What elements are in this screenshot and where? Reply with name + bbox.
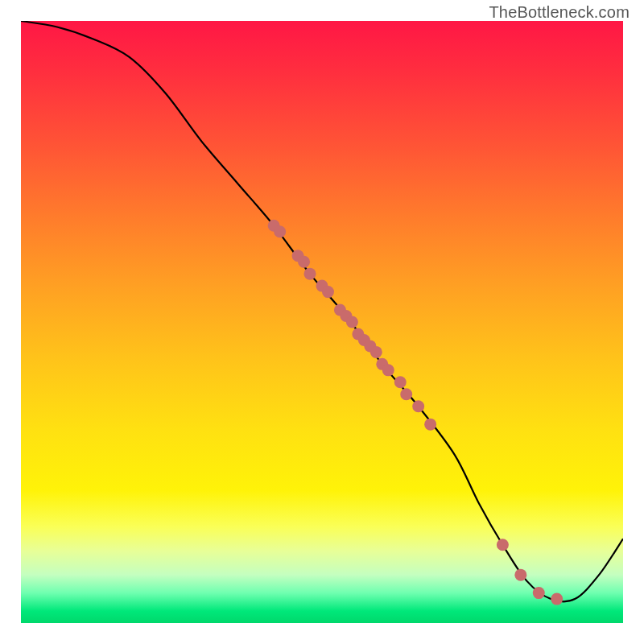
watermark-text: TheBottleneck.com bbox=[489, 3, 630, 22]
marker-group bbox=[268, 220, 564, 605]
bottleneck-curve bbox=[21, 21, 623, 601]
plot-area bbox=[21, 21, 623, 623]
data-point-marker bbox=[382, 364, 394, 376]
data-point-marker bbox=[346, 316, 358, 328]
data-point-marker bbox=[304, 268, 316, 280]
data-point-marker bbox=[400, 388, 412, 400]
data-point-marker bbox=[274, 225, 286, 237]
data-point-marker bbox=[394, 376, 407, 388]
data-point-marker bbox=[370, 346, 382, 358]
data-point-marker bbox=[497, 539, 509, 551]
data-point-marker bbox=[412, 400, 424, 412]
data-point-marker bbox=[514, 569, 526, 581]
data-point-marker bbox=[551, 593, 563, 605]
chart-canvas: TheBottleneck.com bbox=[0, 0, 644, 644]
data-point-marker bbox=[424, 419, 436, 431]
data-point-marker bbox=[533, 587, 545, 599]
data-point-marker bbox=[298, 256, 310, 268]
data-point-marker bbox=[322, 286, 334, 298]
chart-svg bbox=[21, 21, 623, 623]
